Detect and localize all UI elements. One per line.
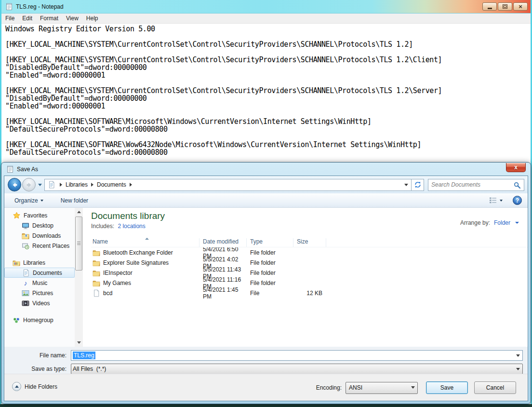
file-name-input[interactable]: TLS.reg xyxy=(71,350,523,361)
back-arrow-icon xyxy=(11,181,18,189)
scroll-down-button[interactable] xyxy=(75,339,83,347)
encoding-label: Encoding: xyxy=(316,384,342,391)
sidebar-item-recent-places[interactable]: Recent Places xyxy=(4,241,75,251)
includes-locations-link[interactable]: 2 locations xyxy=(118,223,145,230)
refresh-button[interactable] xyxy=(412,179,424,191)
column-header-name[interactable]: Name xyxy=(91,238,200,247)
triangle-up-icon xyxy=(15,385,19,388)
maximize-button[interactable] xyxy=(498,2,512,11)
text-line: [HKEY_LOCAL_MACHINE\SYSTEM\CurrentContro… xyxy=(5,56,531,64)
scroll-up-button[interactable] xyxy=(75,208,83,216)
breadcrumb-arrow-icon[interactable] xyxy=(130,183,132,187)
column-header-size[interactable]: Size xyxy=(293,238,326,247)
column-header-type[interactable]: Type xyxy=(247,238,293,247)
text-line: "DefaultSecureProtocols"=dword:00000800 xyxy=(5,149,531,156)
column-header-date-modified[interactable]: Date modified xyxy=(200,238,247,247)
file-row[interactable]: My Games5/4/2021 11:16 PMFile folder xyxy=(91,278,528,288)
file-name-text: My Games xyxy=(103,280,131,286)
breadcrumb-item-libraries[interactable]: Libraries xyxy=(66,181,88,188)
star-icon xyxy=(13,212,21,219)
dialog-titlebar: Save As x xyxy=(1,163,531,176)
save-as-type-label: Save as type: xyxy=(4,366,71,372)
file-type-cell: File folder xyxy=(247,270,293,276)
recent-icon xyxy=(22,242,29,250)
new-folder-label: New folder xyxy=(61,197,88,204)
videos-icon xyxy=(22,299,29,307)
hide-folders-button[interactable]: Hide Folders xyxy=(12,382,57,391)
encoding-dropdown-icon[interactable] xyxy=(411,386,415,389)
close-button[interactable]: × xyxy=(513,2,528,11)
navigation-bar: LibrariesDocuments xyxy=(4,176,528,193)
sidebar-group-libraries[interactable]: Libraries xyxy=(4,258,75,268)
text-line: [HKEY_LOCAL_MACHINE\SYSTEM\CurrentContro… xyxy=(5,87,531,95)
chevron-down-icon[interactable] xyxy=(515,222,519,224)
sidebar-item-label: Music xyxy=(32,280,47,286)
file-type-cell: File xyxy=(247,290,293,297)
breadcrumb-arrow-icon[interactable] xyxy=(60,183,62,187)
file-row[interactable]: IEInspector5/5/2021 11:43 PMFile folder xyxy=(91,268,528,278)
file-name-dropdown-icon[interactable] xyxy=(516,354,520,357)
minimize-icon xyxy=(488,8,492,9)
sidebar-gap xyxy=(4,308,75,315)
breadcrumb-item-documents[interactable]: Documents xyxy=(97,181,126,188)
menu-help[interactable]: Help xyxy=(82,14,102,24)
text-line: "DefaultSecureProtocols"=dword:00000800 xyxy=(5,125,531,133)
collapse-circle-icon xyxy=(12,382,21,391)
minimize-button[interactable] xyxy=(482,2,497,11)
text-line: Windows Registry Editor Version 5.00 xyxy=(5,25,531,33)
back-button[interactable] xyxy=(8,178,21,191)
file-date-cell: 5/4/2021 1:45 PM xyxy=(200,286,247,300)
menu-view[interactable]: View xyxy=(62,14,82,24)
sidebar-group-favorites[interactable]: Favorites xyxy=(4,210,75,220)
sidebar-scrollbar[interactable] xyxy=(75,208,83,347)
sidebar-item-music[interactable]: ♪Music xyxy=(4,278,75,288)
file-row[interactable]: bcd5/4/2021 1:45 PMFile12 KB xyxy=(91,288,528,298)
encoding-select[interactable]: ANSI xyxy=(346,382,418,394)
file-type-cell: File folder xyxy=(247,249,293,256)
sidebar-item-documents[interactable]: Documents xyxy=(4,268,75,278)
folder-icon xyxy=(93,249,100,257)
save-as-type-dropdown-icon[interactable] xyxy=(516,368,520,370)
save-as-type-select[interactable]: All Files (*.*) xyxy=(71,364,523,374)
breadcrumb-arrow-icon[interactable] xyxy=(91,183,93,187)
sidebar-item-label: Documents xyxy=(33,270,62,276)
organize-button[interactable]: Organize xyxy=(10,195,48,206)
file-row[interactable]: Explorer Suite Signatures5/5/2021 4:02 P… xyxy=(91,258,528,268)
sidebar-item-desktop[interactable]: Desktop xyxy=(4,220,75,231)
sidebar-item-videos[interactable]: Videos xyxy=(4,298,75,308)
text-line: "Enabled"=dword:00000001 xyxy=(5,102,531,110)
file-row[interactable]: Bluetooth Exchange Folder5/4/2021 6:50 P… xyxy=(91,247,528,258)
sidebar-group-homegroup[interactable]: Homegroup xyxy=(4,315,75,325)
file-name-text: Bluetooth Exchange Folder xyxy=(103,249,173,256)
sidebar-item-label: Pictures xyxy=(32,290,53,297)
text-line xyxy=(5,48,531,56)
dialog-title: Save As xyxy=(17,166,38,173)
help-button[interactable]: ? xyxy=(513,196,522,205)
arrange-by-value[interactable]: Folder xyxy=(494,219,510,226)
menu-format[interactable]: Format xyxy=(36,14,62,24)
location-icon xyxy=(48,181,55,189)
library-icon xyxy=(13,259,20,267)
text-line: [HKEY_LOCAL_MACHINE\SOFTWARE\Wow6432Node… xyxy=(5,141,531,149)
menu-file[interactable]: File xyxy=(1,14,18,24)
address-dropdown-icon[interactable] xyxy=(404,184,408,186)
sidebar-item-pictures[interactable]: Pictures xyxy=(4,288,75,298)
search-input[interactable] xyxy=(431,180,513,190)
save-button[interactable]: Save xyxy=(426,381,468,394)
change-view-button[interactable] xyxy=(486,195,506,205)
new-folder-button[interactable]: New folder xyxy=(56,195,93,206)
homegroup-icon xyxy=(13,316,20,324)
scrollbar-thumb[interactable] xyxy=(75,217,82,271)
recent-pages-dropdown[interactable] xyxy=(38,184,42,186)
music-icon: ♪ xyxy=(22,280,29,286)
address-bar[interactable]: LibrariesDocuments xyxy=(44,179,412,191)
forward-button[interactable] xyxy=(22,178,36,191)
cancel-button[interactable]: Cancel xyxy=(474,381,516,394)
search-icon xyxy=(514,182,520,189)
menu-edit[interactable]: Edit xyxy=(18,14,36,24)
sidebar-item-downloads[interactable]: Downloads xyxy=(4,231,75,241)
text-line xyxy=(5,79,531,87)
dialog-close-button[interactable]: x xyxy=(506,163,526,172)
includes-label: Includes: xyxy=(91,223,114,230)
file-name-text: bcd xyxy=(103,290,112,297)
